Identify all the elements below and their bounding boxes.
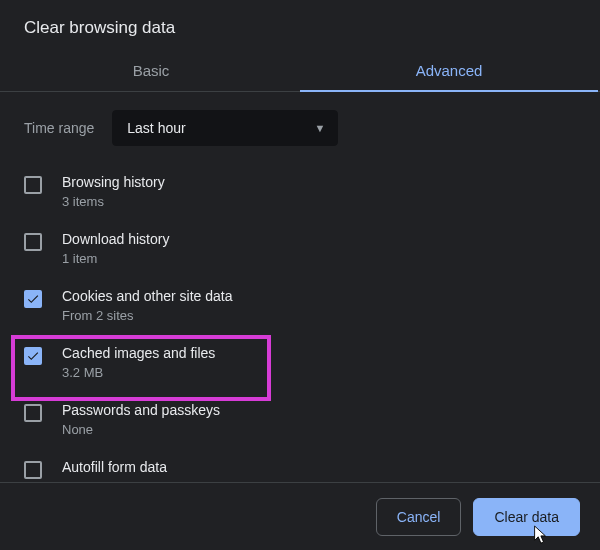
checkbox[interactable] <box>24 404 42 422</box>
option-subtext: None <box>62 422 220 437</box>
option-texts: Cached images and files3.2 MB <box>62 345 215 380</box>
option-subtext: 1 item <box>62 251 169 266</box>
dialog-footer: Cancel Clear data <box>0 482 600 550</box>
option-texts: Cookies and other site dataFrom 2 sites <box>62 288 232 323</box>
option-subtext: 3.2 MB <box>62 365 215 380</box>
checkbox[interactable] <box>24 347 42 365</box>
time-range-value: Last hour <box>127 120 185 136</box>
chevron-down-icon: ▼ <box>314 122 325 134</box>
options-list: Browsing history3 itemsDownload history1… <box>0 164 600 482</box>
cancel-button[interactable]: Cancel <box>376 498 462 536</box>
option-texts: Autofill form data <box>62 459 167 475</box>
option-row: Browsing history3 items <box>24 164 576 221</box>
option-label: Cached images and files <box>62 345 215 361</box>
check-icon <box>26 292 40 306</box>
clear-data-button[interactable]: Clear data <box>473 498 580 536</box>
tabs: Basic Advanced <box>0 52 600 92</box>
tab-basic[interactable]: Basic <box>2 52 300 91</box>
dialog-body: Time range Last hour ▼ Browsing history3… <box>0 92 600 482</box>
cancel-button-label: Cancel <box>397 509 441 525</box>
clear-browsing-data-dialog: Clear browsing data Basic Advanced Time … <box>0 0 600 550</box>
option-subtext: 3 items <box>62 194 165 209</box>
time-range-row: Time range Last hour ▼ <box>0 92 600 164</box>
time-range-select[interactable]: Last hour ▼ <box>112 110 338 146</box>
clear-data-button-label: Clear data <box>494 509 559 525</box>
option-subtext: From 2 sites <box>62 308 232 323</box>
option-row: Download history1 item <box>24 221 576 278</box>
option-label: Download history <box>62 231 169 247</box>
option-label: Browsing history <box>62 174 165 190</box>
option-row: Passwords and passkeysNone <box>24 392 576 449</box>
dialog-title: Clear browsing data <box>0 0 600 52</box>
option-label: Cookies and other site data <box>62 288 232 304</box>
tab-advanced[interactable]: Advanced <box>300 52 598 91</box>
option-texts: Passwords and passkeysNone <box>62 402 220 437</box>
option-row: Autofill form data <box>24 449 576 482</box>
check-icon <box>26 349 40 363</box>
checkbox[interactable] <box>24 461 42 479</box>
option-label: Autofill form data <box>62 459 167 475</box>
option-texts: Download history1 item <box>62 231 169 266</box>
checkbox[interactable] <box>24 233 42 251</box>
tab-basic-label: Basic <box>133 62 170 79</box>
option-row: Cached images and files3.2 MB <box>24 335 576 392</box>
tab-advanced-label: Advanced <box>416 62 483 79</box>
checkbox[interactable] <box>24 176 42 194</box>
option-texts: Browsing history3 items <box>62 174 165 209</box>
option-label: Passwords and passkeys <box>62 402 220 418</box>
checkbox[interactable] <box>24 290 42 308</box>
option-row: Cookies and other site dataFrom 2 sites <box>24 278 576 335</box>
time-range-label: Time range <box>24 120 94 136</box>
